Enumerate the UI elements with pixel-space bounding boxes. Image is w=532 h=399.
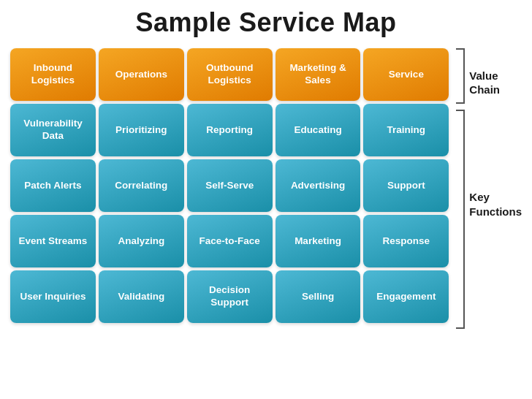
cell-r2-c3: Advertising [276, 159, 361, 212]
cell-r4-c3: Selling [276, 270, 361, 323]
key-functions-label: KeyFunctions [469, 110, 522, 218]
cell-r4-c2: DecisionSupport [187, 270, 273, 323]
cell-r4-c1: Validating [99, 270, 184, 323]
header-row: InboundLogisticsOperationsOutboundLogist… [10, 48, 449, 101]
bracket-line-vc [456, 48, 465, 104]
cell-r2-c4: Support [363, 159, 449, 212]
side-labels: ValueChain KeyFunctions [449, 48, 522, 332]
cell-r2-c0: Patch Alerts [10, 159, 96, 212]
cell-r3-c2: Face-to-Face [187, 215, 273, 267]
cell-r1-c3: Educating [276, 104, 361, 156]
cell-r3-c4: Response [363, 215, 449, 267]
cell-r4-c4: Engagement [363, 270, 449, 323]
cell-r3-c0: Event Streams [10, 215, 96, 267]
cell-r0-c4: Service [363, 48, 449, 101]
data-row-3: Event StreamsAnalyzingFace-to-FaceMarket… [10, 215, 449, 267]
data-row-1: VulnerabilityDataPrioritizingReportingEd… [10, 104, 449, 156]
cell-r1-c1: Prioritizing [99, 104, 184, 156]
service-map-grid: InboundLogisticsOperationsOutboundLogist… [10, 48, 449, 332]
data-row-2: Patch AlertsCorrelatingSelf-ServeAdverti… [10, 159, 449, 212]
cell-r0-c3: Marketing &Sales [276, 48, 361, 101]
page-title: Sample Service Map [135, 7, 396, 38]
cell-r0-c1: Operations [99, 48, 184, 101]
cell-r1-c4: Training [363, 104, 449, 156]
cell-r1-c0: VulnerabilityData [10, 104, 96, 156]
cell-r3-c1: Analyzing [99, 215, 184, 267]
value-chain-label: ValueChain [469, 56, 500, 97]
value-chain-bracket: ValueChain [456, 48, 522, 104]
data-row-4: User InquiriesValidatingDecisionSupportS… [10, 270, 449, 323]
cell-r3-c3: Marketing [276, 215, 361, 267]
bracket-line-kf [456, 110, 465, 329]
key-functions-bracket: KeyFunctions [456, 110, 522, 329]
cell-r4-c0: User Inquiries [10, 270, 96, 323]
cell-r0-c2: OutboundLogistics [187, 48, 273, 101]
cell-r2-c1: Correlating [99, 159, 184, 212]
cell-r0-c0: InboundLogistics [10, 48, 96, 101]
cell-r2-c2: Self-Serve [187, 159, 273, 212]
cell-r1-c2: Reporting [187, 104, 273, 156]
